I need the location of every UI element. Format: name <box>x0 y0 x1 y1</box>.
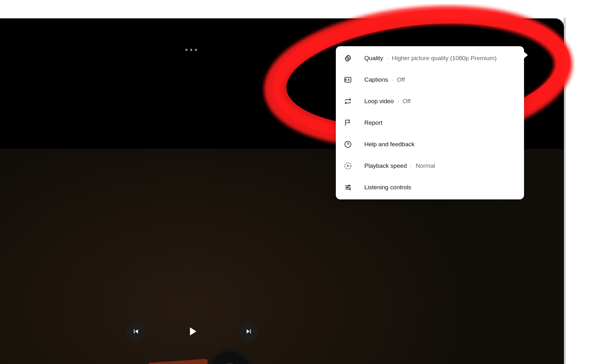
menu-item-value: Higher picture quality (1080p Premium) <box>392 55 497 61</box>
menu-pointer <box>523 51 528 59</box>
menu-item-separator: · <box>397 98 399 104</box>
play-icon <box>185 324 199 338</box>
menu-item-help[interactable]: Help and feedback <box>336 134 524 155</box>
menu-item-captions[interactable]: Captions · Off <box>336 69 524 91</box>
menu-item-label: Report <box>364 119 382 126</box>
next-icon <box>245 327 253 336</box>
menu-item-quality[interactable]: Quality · Higher picture quality (1080p … <box>336 47 524 69</box>
gear-icon <box>550 36 559 45</box>
previous-icon <box>132 327 140 336</box>
settings-button[interactable] <box>548 34 561 47</box>
svg-point-7 <box>349 188 350 190</box>
menu-item-label: Quality <box>364 55 383 61</box>
menu-item-value: Normal <box>416 162 435 169</box>
svg-point-1 <box>347 57 349 60</box>
next-button[interactable] <box>240 322 258 341</box>
menu-item-report[interactable]: Report <box>336 112 524 134</box>
svg-point-3 <box>345 141 351 147</box>
svg-point-6 <box>347 187 348 188</box>
menu-item-value: Off <box>397 76 405 83</box>
menu-item-label: Listening controls <box>364 184 411 191</box>
playback-controls <box>127 322 258 341</box>
loop-icon <box>343 97 352 106</box>
captions-icon <box>343 75 352 84</box>
menu-item-separator: · <box>392 76 393 83</box>
more-options-button[interactable] <box>185 49 197 51</box>
menu-item-separator: · <box>410 162 412 169</box>
menu-item-label: Playback speed <box>364 162 407 169</box>
svg-point-0 <box>553 39 555 41</box>
menu-item-label: Help and feedback <box>364 141 414 148</box>
menu-item-speed[interactable]: Playback speed · Normal <box>336 155 524 177</box>
play-button[interactable] <box>183 322 202 341</box>
previous-button[interactable] <box>127 322 145 341</box>
menu-item-separator: · <box>387 55 388 61</box>
menu-item-listening[interactable]: Listening controls <box>336 177 524 198</box>
gear-icon <box>343 54 352 63</box>
speed-icon <box>343 161 352 170</box>
svg-point-5 <box>349 185 350 186</box>
menu-item-loop[interactable]: Loop video · Off <box>336 91 524 112</box>
flag-icon <box>343 118 352 127</box>
menu-item-label: Loop video <box>364 98 394 104</box>
menu-item-value: Off <box>403 98 411 104</box>
help-icon <box>343 140 352 149</box>
svg-rect-2 <box>345 77 351 82</box>
settings-menu: Quality · Higher picture quality (1080p … <box>336 46 524 199</box>
tune-icon <box>343 183 352 192</box>
menu-item-label: Captions <box>364 76 388 83</box>
